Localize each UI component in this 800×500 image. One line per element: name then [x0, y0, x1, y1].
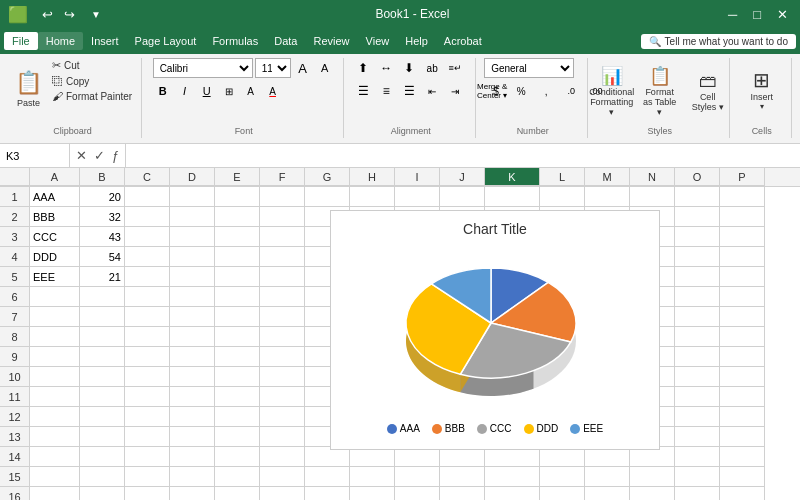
menu-item-data[interactable]: Data [266, 32, 305, 50]
align-center-button[interactable]: ≡ [375, 81, 397, 101]
cell-m16[interactable] [585, 487, 630, 500]
cell-o13[interactable] [675, 427, 720, 447]
cell-g15[interactable] [305, 467, 350, 487]
cell-n15[interactable] [630, 467, 675, 487]
cell-c9[interactable] [125, 347, 170, 367]
cell-c13[interactable] [125, 427, 170, 447]
col-header-e[interactable]: E [215, 168, 260, 186]
cell-e10[interactable] [215, 367, 260, 387]
conditional-formatting-button[interactable]: 📊 Conditional Formatting ▾ [590, 60, 634, 122]
cell-p13[interactable] [720, 427, 765, 447]
row-num-5[interactable]: 5 [0, 267, 30, 287]
cell-l1[interactable] [540, 187, 585, 207]
cell-b12[interactable] [80, 407, 125, 427]
cell-b7[interactable] [80, 307, 125, 327]
cell-o7[interactable] [675, 307, 720, 327]
cell-b16[interactable] [80, 487, 125, 500]
menu-item-file[interactable]: File [4, 32, 38, 50]
cell-styles-button[interactable]: 🗃 Cell Styles ▾ [686, 60, 730, 122]
copy-button[interactable]: ⿻ Copy [49, 74, 135, 88]
cell-h16[interactable] [350, 487, 395, 500]
col-header-a[interactable]: A [30, 168, 80, 186]
italic-button[interactable]: I [175, 81, 195, 101]
cell-k15[interactable] [485, 467, 540, 487]
col-header-c[interactable]: C [125, 168, 170, 186]
cell-e8[interactable] [215, 327, 260, 347]
cell-p7[interactable] [720, 307, 765, 327]
percent-button[interactable]: % [509, 81, 533, 101]
menu-item-review[interactable]: Review [305, 32, 357, 50]
cell-e16[interactable] [215, 487, 260, 500]
cell-a14[interactable] [30, 447, 80, 467]
font-family-select[interactable]: Calibri [153, 58, 253, 78]
insert-cells-button[interactable]: ⊞ Insert ▾ [744, 58, 780, 120]
cell-c5[interactable] [125, 267, 170, 287]
cell-l16[interactable] [540, 487, 585, 500]
cell-d5[interactable] [170, 267, 215, 287]
align-middle-button[interactable]: ↔ [375, 58, 397, 78]
cell-e3[interactable] [215, 227, 260, 247]
fill-color-button[interactable]: A [241, 81, 261, 101]
cell-a7[interactable] [30, 307, 80, 327]
cell-e7[interactable] [215, 307, 260, 327]
cell-m14[interactable] [585, 447, 630, 467]
border-button[interactable]: ⊞ [219, 81, 239, 101]
accounting-button[interactable]: $ [484, 81, 508, 101]
cell-o11[interactable] [675, 387, 720, 407]
cell-b13[interactable] [80, 427, 125, 447]
cell-c15[interactable] [125, 467, 170, 487]
col-header-j[interactable]: J [440, 168, 485, 186]
cell-f13[interactable] [260, 427, 305, 447]
decrease-decimal-button[interactable]: .0 [559, 81, 583, 101]
minimize-button[interactable]: ─ [724, 5, 741, 24]
menu-item-view[interactable]: View [358, 32, 398, 50]
cell-b3[interactable]: 43 [80, 227, 125, 247]
cell-d7[interactable] [170, 307, 215, 327]
menu-item-help[interactable]: Help [397, 32, 436, 50]
cell-p3[interactable] [720, 227, 765, 247]
cell-e15[interactable] [215, 467, 260, 487]
align-right-button[interactable]: ☰ [398, 81, 420, 101]
col-header-m[interactable]: M [585, 168, 630, 186]
row-num-13[interactable]: 13 [0, 427, 30, 447]
col-header-p[interactable]: P [720, 168, 765, 186]
cell-e9[interactable] [215, 347, 260, 367]
cell-o12[interactable] [675, 407, 720, 427]
cell-d1[interactable] [170, 187, 215, 207]
cell-a11[interactable] [30, 387, 80, 407]
cell-a15[interactable] [30, 467, 80, 487]
cell-n1[interactable] [630, 187, 675, 207]
cell-d16[interactable] [170, 487, 215, 500]
cell-j14[interactable] [440, 447, 485, 467]
row-num-11[interactable]: 11 [0, 387, 30, 407]
cell-h14[interactable] [350, 447, 395, 467]
cell-o6[interactable] [675, 287, 720, 307]
cell-g1[interactable] [305, 187, 350, 207]
cell-a8[interactable] [30, 327, 80, 347]
cell-e6[interactable] [215, 287, 260, 307]
menu-item-insert[interactable]: Insert [83, 32, 127, 50]
cell-b15[interactable] [80, 467, 125, 487]
cell-f12[interactable] [260, 407, 305, 427]
cell-c8[interactable] [125, 327, 170, 347]
row-num-14[interactable]: 14 [0, 447, 30, 467]
menu-item-home[interactable]: Home [38, 32, 83, 50]
cell-a6[interactable] [30, 287, 80, 307]
font-color-button[interactable]: A [263, 81, 283, 101]
cell-a1[interactable]: AAA [30, 187, 80, 207]
cell-b4[interactable]: 54 [80, 247, 125, 267]
cell-p5[interactable] [720, 267, 765, 287]
menu-item-acrobat[interactable]: Acrobat [436, 32, 490, 50]
cell-o9[interactable] [675, 347, 720, 367]
cell-b14[interactable] [80, 447, 125, 467]
cell-p2[interactable] [720, 207, 765, 227]
cell-p4[interactable] [720, 247, 765, 267]
cell-f9[interactable] [260, 347, 305, 367]
cell-f15[interactable] [260, 467, 305, 487]
cell-b8[interactable] [80, 327, 125, 347]
cell-b2[interactable]: 32 [80, 207, 125, 227]
cell-i1[interactable] [395, 187, 440, 207]
cell-d8[interactable] [170, 327, 215, 347]
name-box[interactable]: K3 [0, 144, 70, 167]
cell-a9[interactable] [30, 347, 80, 367]
